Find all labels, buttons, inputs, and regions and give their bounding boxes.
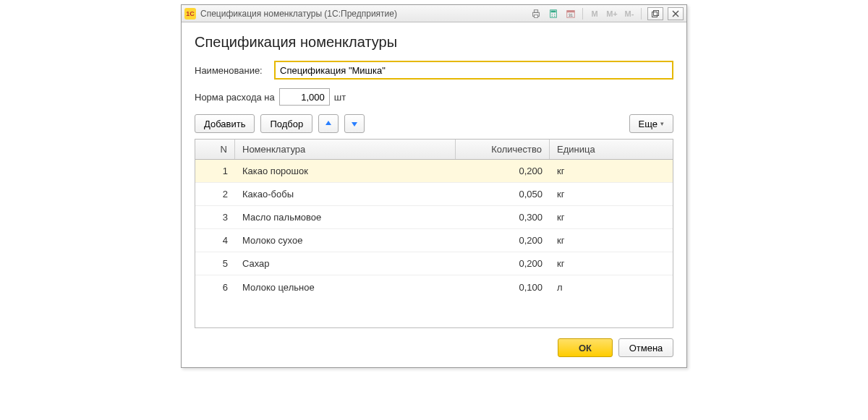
cell-nom: Сахар xyxy=(235,252,456,275)
cell-unit: л xyxy=(550,275,673,299)
svg-point-6 xyxy=(554,14,555,14)
cell-unit: кг xyxy=(550,252,673,275)
cell-unit: кг xyxy=(550,206,673,228)
mem-m-plus: M+ xyxy=(605,7,619,20)
cell-unit: кг xyxy=(550,160,673,182)
svg-text:31: 31 xyxy=(569,12,573,17)
cell-n: 3 xyxy=(195,206,235,228)
rate-input[interactable] xyxy=(279,88,330,106)
window-title: Спецификация номенклатуры (1С:Предприяти… xyxy=(200,9,397,19)
svg-rect-2 xyxy=(534,14,537,17)
svg-point-7 xyxy=(552,15,553,16)
svg-rect-1 xyxy=(534,9,537,12)
grid-header: N Номенклатура Количество Единица xyxy=(195,140,673,160)
cell-nom: Молоко цельное xyxy=(235,275,456,299)
col-header-n[interactable]: N xyxy=(195,140,235,159)
table-row[interactable]: 6Молоко цельное0,100л xyxy=(195,275,673,299)
app-icon: 1C xyxy=(184,8,196,20)
table-row[interactable]: 3Масло пальмовое0,300кг xyxy=(195,206,673,229)
rate-label: Норма расхода на xyxy=(195,92,275,103)
restore-button[interactable] xyxy=(647,7,663,20)
grid-toolbar: Добавить Подбор Еще ▾ xyxy=(195,114,673,133)
cell-n: 2 xyxy=(195,183,235,205)
rate-unit: шт xyxy=(334,92,346,103)
close-button[interactable] xyxy=(668,7,684,20)
name-input[interactable] xyxy=(274,61,673,80)
table-row[interactable]: 4Молоко сухое0,200кг xyxy=(195,229,673,252)
grid: N Номенклатура Количество Единица 1Какао… xyxy=(195,139,673,328)
mem-m: M xyxy=(587,7,602,20)
move-down-button[interactable] xyxy=(344,114,365,133)
chevron-down-icon: ▾ xyxy=(660,120,664,127)
table-row[interactable]: 5Сахар0,200кг xyxy=(195,252,673,275)
cell-n: 6 xyxy=(195,275,235,299)
svg-point-8 xyxy=(554,15,555,16)
cancel-button[interactable]: Отмена xyxy=(618,338,673,357)
content: Спецификация номенклатуры Наименование: … xyxy=(182,22,686,367)
print-icon[interactable] xyxy=(529,7,543,20)
cell-qty: 0,200 xyxy=(456,160,550,182)
ok-button[interactable]: ОК xyxy=(558,338,613,357)
cell-qty: 0,200 xyxy=(456,252,550,275)
cell-n: 4 xyxy=(195,229,235,252)
page-title: Спецификация номенклатуры xyxy=(195,34,673,51)
col-header-nom[interactable]: Номенклатура xyxy=(235,140,456,159)
cell-nom: Масло пальмовое xyxy=(235,206,456,228)
cell-qty: 0,050 xyxy=(456,183,550,205)
svg-rect-13 xyxy=(654,10,659,15)
svg-point-5 xyxy=(552,14,553,14)
cell-n: 5 xyxy=(195,252,235,275)
cell-nom: Какао-бобы xyxy=(235,183,456,205)
name-row: Наименование: xyxy=(195,61,673,80)
cell-unit: кг xyxy=(550,229,673,252)
calendar-icon[interactable]: 31 xyxy=(563,7,578,20)
cell-qty: 0,300 xyxy=(456,206,550,228)
footer: ОК Отмена xyxy=(195,338,673,357)
titlebar: 1C Спецификация номенклатуры (1С:Предпри… xyxy=(182,5,686,22)
move-up-button[interactable] xyxy=(318,114,339,133)
col-header-qty[interactable]: Количество xyxy=(456,140,550,159)
mem-m-minus: M- xyxy=(622,7,637,20)
cell-nom: Молоко сухое xyxy=(235,229,456,252)
cell-unit: кг xyxy=(550,183,673,205)
grid-body: 1Какао порошок0,200кг2Какао-бобы0,050кг3… xyxy=(195,160,673,299)
rate-row: Норма расхода на шт xyxy=(195,88,673,106)
svg-rect-4 xyxy=(551,10,556,12)
calc-icon[interactable] xyxy=(546,7,561,20)
titlebar-tools: 31 M M+ M- xyxy=(529,7,684,20)
cell-nom: Какао порошок xyxy=(235,160,456,182)
more-button[interactable]: Еще ▾ xyxy=(629,114,673,133)
name-label: Наименование: xyxy=(195,65,274,76)
more-label: Еще xyxy=(639,119,658,129)
cell-qty: 0,200 xyxy=(456,229,550,252)
table-row[interactable]: 1Какао порошок0,200кг xyxy=(195,160,673,183)
table-row[interactable]: 2Какао-бобы0,050кг xyxy=(195,183,673,206)
svg-rect-12 xyxy=(652,12,658,17)
col-header-unit[interactable]: Единица xyxy=(550,140,673,159)
cell-qty: 0,100 xyxy=(456,275,550,299)
grid-empty-space xyxy=(195,299,673,327)
window: 1C Спецификация номенклатуры (1С:Предпри… xyxy=(181,4,687,368)
pick-button[interactable]: Подбор xyxy=(260,114,312,133)
cell-n: 1 xyxy=(195,160,235,182)
add-button[interactable]: Добавить xyxy=(195,114,255,133)
